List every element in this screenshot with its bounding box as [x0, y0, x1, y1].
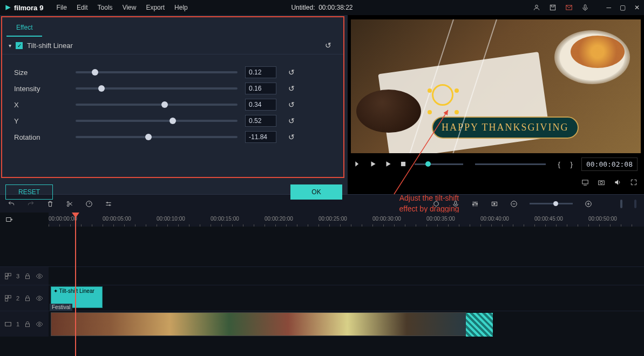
fx-track-icon [4, 295, 12, 302]
zoom-slider[interactable] [530, 203, 573, 204]
menu-view[interactable]: View [123, 4, 137, 11]
param-input-size[interactable] [245, 66, 276, 78]
tilt-shift-toggle[interactable] [428, 110, 432, 114]
volume-icon[interactable] [614, 179, 621, 186]
menu-export[interactable]: Export [146, 4, 165, 11]
lock-icon[interactable] [24, 320, 31, 328]
speed-icon[interactable] [85, 200, 93, 208]
param-input-y[interactable] [245, 115, 276, 127]
scrub-bar[interactable] [475, 163, 546, 165]
tilt-shift-handle[interactable] [432, 84, 453, 106]
add-track-icon[interactable] [5, 216, 13, 223]
param-reset-icon[interactable]: ↺ [288, 84, 295, 93]
fullscreen-icon[interactable] [630, 179, 638, 186]
timeline-ruler[interactable]: 00:00:00:0000:00:05:0000:00:10:0000:00:1… [49, 213, 644, 227]
param-reset-icon[interactable]: ↺ [288, 100, 295, 109]
ruler-mark: 00:00:15:00 [211, 216, 239, 222]
ruler-mark: 00:00:35:00 [426, 216, 455, 222]
effect-panel: Effect ▾ ✓ Tilt-shift Linear ↺ Size↺Inte… [1, 16, 344, 178]
svg-rect-4 [401, 162, 405, 166]
lock-icon[interactable] [24, 295, 31, 302]
svg-rect-26 [9, 295, 11, 298]
eye-icon[interactable] [36, 295, 43, 302]
effect-enable-checkbox[interactable]: ✓ [16, 42, 23, 49]
app-name: filmora [14, 4, 37, 12]
minimize-button[interactable]: ─ [606, 4, 611, 11]
marker-icon[interactable] [432, 200, 440, 208]
timeline: 00:00:00:0000:00:05:0000:00:10:0000:00:1… [0, 213, 644, 356]
track-fx-3: 3 [0, 266, 644, 285]
menu-edit[interactable]: Edit [77, 4, 88, 11]
param-label: Size [14, 69, 68, 77]
ruler-mark: 00:00:25:00 [318, 216, 347, 222]
effect-section-title: Tilt-shift Linear [27, 42, 73, 50]
mic-icon[interactable] [581, 4, 589, 11]
param-slider-size[interactable] [76, 71, 238, 73]
tilt-shift-toggle[interactable] [428, 88, 432, 93]
param-slider-intensity[interactable] [76, 87, 238, 90]
ok-button[interactable]: OK [290, 184, 342, 200]
account-icon[interactable] [533, 4, 540, 11]
adjust-icon[interactable] [105, 200, 112, 208]
audio-mixer-icon[interactable] [471, 200, 479, 208]
record-vo-icon[interactable] [452, 200, 459, 208]
play-button[interactable] [369, 160, 377, 168]
project-timecode: 00:00:38:22 [318, 4, 352, 11]
menu-file[interactable]: File [57, 4, 67, 11]
chevron-down-icon[interactable]: ▾ [9, 43, 11, 49]
param-slider-x[interactable] [76, 104, 238, 106]
redo-icon[interactable] [27, 200, 35, 208]
volume-slider[interactable] [415, 163, 463, 165]
mark-in-out[interactable]: { } [558, 160, 574, 168]
mail-icon[interactable] [565, 4, 573, 11]
svg-rect-28 [26, 298, 30, 300]
param-slider-y[interactable] [76, 120, 238, 122]
render-icon[interactable] [491, 200, 498, 208]
svg-rect-23 [26, 276, 30, 278]
eye-icon[interactable] [36, 272, 43, 280]
video-clip[interactable] [51, 312, 466, 336]
close-button[interactable]: ✕ [634, 4, 640, 11]
zoom-in-icon[interactable] [585, 200, 592, 208]
menu-help[interactable]: Help [174, 4, 188, 11]
delete-icon[interactable] [46, 200, 54, 208]
play-clip-button[interactable] [384, 160, 392, 168]
param-reset-icon[interactable]: ↺ [288, 68, 295, 77]
zoom-out-icon[interactable] [510, 200, 518, 208]
param-reset-icon[interactable]: ↺ [288, 133, 295, 141]
undo-icon[interactable] [8, 200, 15, 208]
preview-viewport[interactable]: HAPPY THANKSGIVING [351, 19, 641, 153]
param-input-x[interactable] [245, 99, 276, 111]
menu-bar: File Edit Tools View Export Help [57, 4, 188, 11]
track-video-1: 1 Festival [0, 311, 644, 337]
reset-button[interactable]: RESET [5, 184, 53, 200]
maximize-button[interactable]: ▢ [620, 4, 626, 11]
param-input-rotation[interactable] [245, 131, 276, 143]
panel-toggle[interactable] [634, 200, 636, 208]
param-reset-icon[interactable]: ↺ [288, 117, 295, 125]
snapshot-icon[interactable] [598, 179, 605, 186]
section-reset-icon[interactable]: ↺ [325, 41, 331, 50]
ruler-mark: 00:00:05:00 [103, 216, 131, 222]
svg-rect-21 [9, 273, 11, 276]
svg-rect-25 [5, 295, 8, 298]
svg-rect-27 [5, 298, 8, 301]
playhead[interactable] [75, 213, 76, 356]
tilt-shift-toggle[interactable] [455, 110, 459, 114]
stop-button[interactable] [399, 160, 407, 168]
quality-icon[interactable] [581, 179, 589, 186]
lock-icon[interactable] [24, 272, 31, 280]
param-slider-rotation[interactable] [76, 136, 238, 138]
param-input-intensity[interactable] [245, 83, 276, 94]
menu-tools[interactable]: Tools [98, 4, 113, 11]
save-icon[interactable] [549, 4, 557, 11]
eye-icon[interactable] [36, 320, 43, 328]
panel-toggle[interactable] [620, 200, 622, 208]
split-icon[interactable] [66, 200, 73, 208]
svg-point-7 [600, 181, 603, 184]
tab-effect[interactable]: Effect [6, 19, 42, 37]
preview-image: HAPPY THANKSGIVING [351, 19, 641, 153]
param-label: Rotation [14, 133, 68, 141]
tilt-shift-toggle[interactable] [455, 88, 459, 93]
prev-frame-button[interactable] [354, 160, 362, 168]
